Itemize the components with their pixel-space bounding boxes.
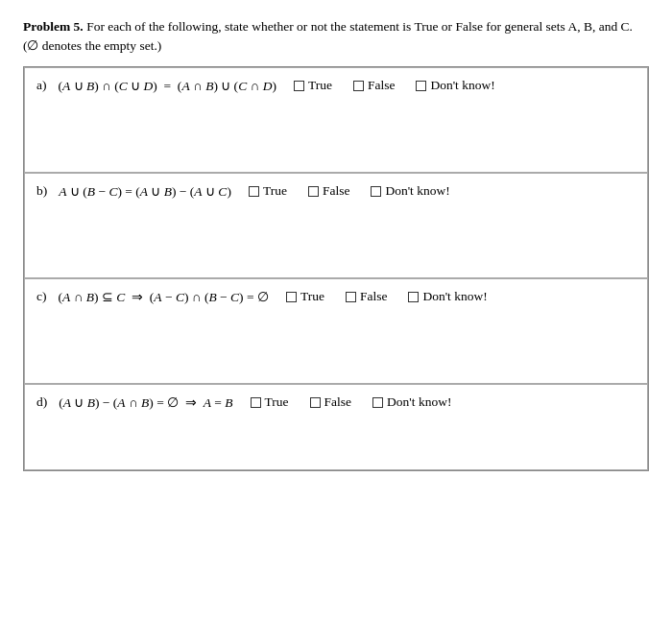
part-b-true-checkbox[interactable] [249,186,259,197]
part-c-row: c) (A ∩ B) ⊆ C ⇒ (A − C) ∩ (B − C) = ∅ T… [36,289,636,305]
part-a-true-option[interactable]: True [294,78,332,93]
part-b-row: b) A ∪ (B − C) = (A ∪ B) − (A ∪ C) True … [36,183,636,200]
part-d-true-checkbox[interactable] [251,397,261,408]
part-a-false-option[interactable]: False [353,78,396,93]
parts-container: a) (A ∪ B) ∩ (C ∪ D) = (A ∩ B) ∪ (C ∩ D)… [23,66,649,471]
part-b-true-option[interactable]: True [249,183,287,199]
part-b: b) A ∪ (B − C) = (A ∪ B) − (A ∪ C) True … [24,173,648,278]
part-a-expression: (A ∪ B) ∩ (C ∪ D) = (A ∩ B) ∪ (C ∩ D) [59,78,276,94]
part-d-true-label: True [265,394,289,410]
part-b-false-label: False [323,183,350,199]
part-c-label: c) [36,289,47,304]
part-a-dontknow-option[interactable]: Don't know! [416,78,494,93]
part-a-row: a) (A ∪ B) ∩ (C ∪ D) = (A ∩ B) ∪ (C ∩ D)… [36,78,636,94]
part-d-dontknow-checkbox[interactable] [372,397,383,408]
part-a-true-label: True [308,78,332,93]
part-a: a) (A ∪ B) ∩ (C ∪ D) = (A ∩ B) ∪ (C ∩ D)… [24,67,648,173]
part-d-row: d) (A ∪ B) − (A ∩ B) = ∅ ⇒ A = B True Fa… [36,394,636,411]
part-d: d) (A ∪ B) − (A ∩ B) = ∅ ⇒ A = B True Fa… [24,384,648,470]
part-b-false-checkbox[interactable] [308,186,319,197]
part-a-true-checkbox[interactable] [294,81,304,91]
part-d-options: True False Don't know! [251,394,452,410]
part-b-true-label: True [263,183,287,199]
part-c-false-checkbox[interactable] [346,292,356,302]
part-a-label: a) [36,78,47,93]
part-c-false-option[interactable]: False [346,289,388,304]
part-d-label: d) [36,394,47,410]
part-b-dontknow-label: Don't know! [385,183,449,199]
problem-container: Problem 5. For each of the following, st… [23,17,649,471]
part-b-dontknow-checkbox[interactable] [371,186,381,197]
part-a-false-label: False [368,78,396,93]
part-d-expression: (A ∪ B) − (A ∩ B) = ∅ ⇒ A = B [59,394,232,411]
part-a-options: True False Don't know! [294,78,495,93]
part-b-dontknow-option[interactable]: Don't know! [371,183,449,199]
part-c-expression: (A ∩ B) ⊆ C ⇒ (A − C) ∩ (B − C) = ∅ [59,289,269,305]
part-d-false-checkbox[interactable] [310,397,321,408]
part-a-false-checkbox[interactable] [353,81,364,91]
part-b-false-option[interactable]: False [308,183,350,199]
part-c-true-checkbox[interactable] [286,292,297,302]
part-c-false-label: False [360,289,388,304]
part-c-dontknow-label: Don't know! [422,289,487,304]
part-d-false-label: False [324,394,352,410]
part-a-dontknow-checkbox[interactable] [416,81,426,91]
problem-title: Problem 5. [23,19,84,34]
part-b-expression: A ∪ (B − C) = (A ∪ B) − (A ∪ C) [59,183,231,200]
part-d-dontknow-label: Don't know! [387,394,451,410]
problem-header: Problem 5. For each of the following, st… [23,17,649,57]
part-c-dontknow-checkbox[interactable] [408,292,419,302]
part-d-true-option[interactable]: True [251,394,289,410]
part-c-true-label: True [300,289,324,304]
part-b-options: True False Don't know! [249,183,450,199]
part-d-dontknow-option[interactable]: Don't know! [372,394,451,410]
part-c: c) (A ∩ B) ⊆ C ⇒ (A − C) ∩ (B − C) = ∅ T… [24,278,648,384]
part-b-label: b) [36,183,47,199]
part-c-options: True False Don't know! [286,289,488,304]
part-c-dontknow-option[interactable]: Don't know! [408,289,487,304]
problem-description: For each of the following, state whether… [23,19,633,53]
part-c-true-option[interactable]: True [286,289,324,304]
part-d-false-option[interactable]: False [310,394,352,410]
part-a-dontknow-label: Don't know! [430,78,494,93]
